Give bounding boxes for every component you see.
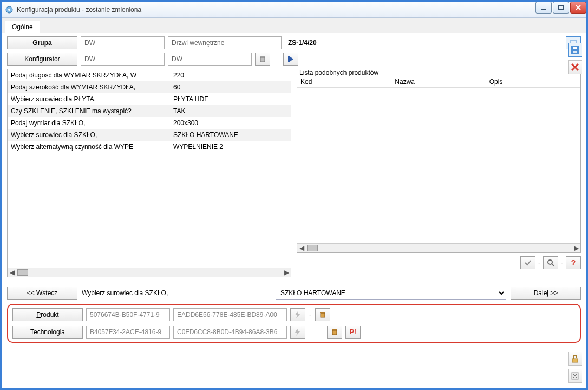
svg-rect-3 [559,5,563,10]
generated-ids-box: Produkt - Technologia P! [7,304,581,343]
param-value: 220 [170,69,291,81]
tabs-row: Ogólne [2,18,586,33]
configurator-name-field[interactable] [168,53,252,66]
save-disk-icon[interactable] [568,43,582,57]
tech-id2-field[interactable] [173,326,287,339]
configurator-row: Konfigurator [7,53,581,66]
similar-hscroll[interactable]: ◀ ▶ [297,243,580,252]
param-label: Podaj szerokość dla WYMIAR SKRZYDŁA, [8,81,170,93]
similar-toolbar: - - ? [297,256,581,269]
product-id1-field[interactable] [86,308,170,321]
tab-general[interactable]: Ogólne [5,21,40,34]
content-area: Grupa ZS-1/4/20 Konfigurator Podaj długo… [2,33,586,282]
scroll-left-arrow[interactable]: ◀ [8,269,16,277]
param-label: Podaj wymiar dla SZKŁO, [8,117,170,129]
configurator-button[interactable]: Konfigurator [7,53,77,66]
param-row[interactable]: Podaj wymiar dla SZKŁO,200x300 [8,117,291,129]
scroll-thumb[interactable] [17,269,28,276]
maximize-button[interactable] [553,2,569,14]
close-button[interactable] [570,2,586,14]
param-row[interactable]: Wybierz surowiec dla SZKŁO,SZKŁO HARTOWA… [8,129,291,141]
svg-rect-2 [541,9,546,10]
similar-scroll-right[interactable]: ▶ [572,244,580,252]
svg-point-1 [8,9,10,11]
col-name[interactable]: Nazwa [391,76,486,87]
svg-rect-7 [260,57,265,62]
minimize-button[interactable] [535,2,552,14]
svg-rect-9 [288,56,290,62]
product-trash-button[interactable] [315,308,330,321]
svg-rect-12 [321,313,325,317]
wizard-footer: << Wstecz Wybierz surowiec dla SZKŁO, SZ… [2,282,586,302]
param-row[interactable]: Podaj szerokość dla WYMIAR SKRZYDŁA,60 [8,81,291,93]
param-value: 200x300 [170,117,291,129]
pin-note-icon[interactable] [568,369,582,383]
svg-line-11 [552,264,554,266]
svg-rect-15 [332,329,337,330]
product-button[interactable]: Produkt [12,308,83,321]
technology-button[interactable]: Technologia [12,326,83,339]
param-label: Wybierz surowiec dla PŁYTA, [8,93,170,105]
titlebar: Konfiguracja produktu - zostanie zmienio… [2,2,586,18]
svg-rect-21 [572,359,578,362]
similar-products-legend: Lista podobnych produktów [297,69,381,76]
tech-id1-field[interactable] [86,326,170,339]
param-row[interactable]: Podaj długość dla WYMIAR SKRZYDŁA, W220 [8,69,291,81]
group-row: Grupa ZS-1/4/20 [7,36,581,49]
param-value: PŁYTA HDF [170,93,291,105]
window-controls [535,2,586,14]
param-row[interactable]: Czy SZKLENIE, SZKLENIE ma wystąpić?TAK [8,105,291,117]
wizard-question: Wybierz surowiec dla SZKŁO, [82,289,271,297]
param-label: Czy SZKLENIE, SZKLENIE ma wystąpić? [8,105,170,117]
tech-priority-button[interactable]: P! [345,326,361,339]
param-value: SZKŁO HARTOWANE [170,129,291,141]
next-button[interactable]: Dalej >> [511,287,581,300]
svg-rect-8 [260,56,265,57]
search-button[interactable] [543,256,558,269]
product-lightning-button[interactable] [290,308,305,321]
wizard-answer-combo[interactable]: SZKŁO HARTOWANE [276,287,506,300]
product-id2-field[interactable] [173,308,287,321]
param-value: 60 [170,81,291,93]
svg-rect-14 [332,330,337,335]
tech-lightning-button[interactable] [290,326,305,339]
split-panes: Podaj długość dla WYMIAR SKRZYDŁA, W220P… [7,69,581,277]
similar-products-fieldset: Lista podobnych produktów Kod Nazwa Opis… [297,69,581,253]
svg-rect-13 [320,312,325,313]
params-grid[interactable]: Podaj długość dla WYMIAR SKRZYDŁA, W220P… [7,69,291,277]
group-code-field[interactable] [81,36,165,49]
group-name-field[interactable] [168,36,282,49]
param-row[interactable]: Wybierz surowiec dla PŁYTA,PŁYTA HDF [8,93,291,105]
trash-config-button[interactable] [255,53,270,66]
app-gear-icon [5,5,14,14]
similar-scroll-left[interactable]: ◀ [297,244,306,252]
execute-arrow-button[interactable] [283,53,298,66]
col-desc[interactable]: Opis [486,76,580,87]
param-label: Wybierz alternatywną czynność dla WYPE [8,141,170,153]
configurator-code-field[interactable] [81,53,165,66]
svg-rect-18 [573,51,577,53]
group-button[interactable]: Grupa [7,36,77,49]
question-help-button[interactable]: ? [566,256,581,269]
window-title: Konfiguracja produktu - zostanie zmienio… [17,6,141,14]
col-code[interactable]: Kod [297,76,391,87]
param-label: Wybierz surowiec dla SZKŁO, [8,129,170,141]
svg-rect-17 [573,47,577,49]
similar-scroll-thumb[interactable] [307,245,318,251]
cancel-x-icon[interactable] [568,60,582,74]
params-hscroll[interactable]: ◀ ▶ [8,268,291,277]
param-label: Podaj długość dla WYMIAR SKRZYDŁA, W [8,69,170,81]
document-code: ZS-1/4/20 [285,39,317,47]
side-icons-bottom [568,352,582,383]
tech-trash-button[interactable] [327,326,342,339]
similar-header: Kod Nazwa Opis [297,76,580,88]
side-icons-top [568,43,582,74]
param-value: TAK [170,105,291,117]
svg-point-10 [548,260,552,264]
scroll-right-arrow[interactable]: ▶ [282,269,291,277]
back-button[interactable]: << Wstecz [7,287,77,300]
confirm-check-button[interactable] [520,256,535,269]
lock-icon[interactable] [568,352,582,366]
param-row[interactable]: Wybierz alternatywną czynność dla WYPEWY… [8,141,291,153]
param-value: WYPEŁNIENIE 2 [170,141,291,153]
